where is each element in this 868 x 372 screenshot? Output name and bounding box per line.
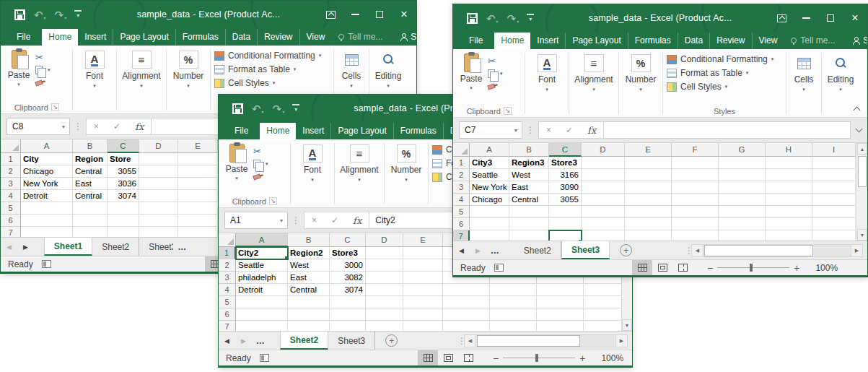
- alignment-group-button[interactable]: ≡ Alignment ▾: [570, 51, 618, 117]
- cell-I5[interactable]: [812, 206, 856, 218]
- cut-icon[interactable]: ✂: [488, 56, 503, 66]
- cell-B6[interactable]: [509, 218, 549, 230]
- macro-record-icon[interactable]: [260, 354, 269, 362]
- column-header-D[interactable]: D: [366, 233, 403, 247]
- vertical-scroll-thumb[interactable]: [858, 156, 867, 187]
- format-painter-icon[interactable]: [35, 78, 51, 88]
- formula-bar-splitter[interactable]: ⋮: [288, 215, 304, 225]
- zoom-in-button[interactable]: +: [575, 352, 589, 364]
- number-group-button[interactable]: % Number ▾: [620, 51, 662, 117]
- vertical-scrollbar[interactable]: ▲ ▼: [856, 143, 867, 241]
- cell-B4[interactable]: Central: [288, 284, 330, 296]
- tab-formulas[interactable]: Formulas: [628, 33, 678, 49]
- tab-review[interactable]: Review: [258, 29, 299, 46]
- cell-D5[interactable]: [582, 206, 625, 218]
- cancel-icon[interactable]: ×: [304, 215, 324, 225]
- collapse-ribbon-icon[interactable]: [854, 105, 860, 111]
- cell-G3[interactable]: [719, 181, 766, 194]
- cell-C7[interactable]: [108, 227, 139, 237]
- sheet-tab-sheet2[interactable]: Sheet2: [92, 238, 139, 256]
- tab-page-layout[interactable]: Page Layout: [566, 33, 628, 49]
- cell-D1[interactable]: [582, 157, 625, 169]
- cell-D1[interactable]: [139, 153, 178, 165]
- cells-group-button[interactable]: Cells ▾: [787, 51, 820, 117]
- column-header-I[interactable]: I: [812, 143, 856, 157]
- undo-icon[interactable]: ↶▾: [30, 8, 50, 22]
- row-header-5[interactable]: 5: [453, 206, 470, 218]
- cell-G2[interactable]: [719, 169, 766, 181]
- column-header-B[interactable]: B: [509, 143, 549, 157]
- zoom-slider-handle[interactable]: [535, 354, 538, 362]
- page-layout-view-button[interactable]: [438, 350, 458, 366]
- tab-home[interactable]: Home: [42, 29, 78, 46]
- ribbon-display-options-icon[interactable]: [769, 4, 794, 32]
- cell-D3[interactable]: [582, 181, 625, 194]
- cell-C1[interactable]: Store3: [330, 247, 366, 259]
- ribbon-display-options-icon[interactable]: [318, 1, 343, 28]
- cell-E2[interactable]: [178, 165, 218, 178]
- cell-E6[interactable]: [178, 215, 218, 227]
- cell-A6[interactable]: [21, 215, 73, 227]
- cell-A4[interactable]: Detroit: [236, 284, 288, 296]
- share-button[interactable]: Share: [842, 33, 868, 49]
- editing-group-button[interactable]: Editing ▾: [823, 51, 859, 117]
- tab-insert[interactable]: Insert: [296, 123, 331, 139]
- sheet-nav-right-icon[interactable]: ▶: [17, 238, 34, 256]
- cell-F7[interactable]: [672, 230, 719, 241]
- row-header-7[interactable]: 7: [219, 321, 236, 331]
- tab-home[interactable]: Home: [260, 123, 296, 139]
- cell-A1[interactable]: City: [21, 153, 73, 165]
- normal-view-button[interactable]: [418, 350, 438, 366]
- sheet-tab-sheet2[interactable]: Sheet2: [514, 241, 561, 259]
- row-header-4[interactable]: 4: [453, 194, 470, 206]
- cell-B4[interactable]: Central: [509, 194, 549, 206]
- cell-C6[interactable]: [549, 218, 582, 230]
- cell-E3[interactable]: [403, 272, 443, 284]
- zoom-level[interactable]: 100%: [601, 353, 623, 363]
- tab-formulas[interactable]: Formulas: [394, 123, 444, 139]
- tab-file[interactable]: File: [223, 123, 260, 139]
- tab-page-layout[interactable]: Page Layout: [331, 123, 393, 139]
- maximize-icon[interactable]: [367, 1, 392, 28]
- cell-B6[interactable]: [288, 308, 330, 321]
- insert-function-icon[interactable]: fx: [128, 121, 151, 132]
- scroll-down-icon[interactable]: ▼: [622, 319, 632, 331]
- tab-review[interactable]: Review: [710, 33, 752, 49]
- cell-B7[interactable]: [73, 227, 108, 237]
- enter-icon[interactable]: ✓: [106, 121, 128, 131]
- cell-H4[interactable]: [766, 194, 812, 206]
- save-icon[interactable]: [463, 12, 481, 25]
- column-header-B[interactable]: B: [288, 233, 330, 247]
- minimize-icon[interactable]: [343, 1, 367, 28]
- tab-insert[interactable]: Insert: [530, 33, 566, 49]
- cell-C4[interactable]: 3074: [330, 284, 366, 296]
- paste-button[interactable]: Paste ▾: [2, 48, 35, 101]
- alignment-group-button[interactable]: ≡ Alignment ▾: [336, 142, 383, 207]
- row-header-5[interactable]: 5: [1, 202, 21, 215]
- format-painter-icon[interactable]: [253, 172, 268, 182]
- cell-F1[interactable]: [672, 157, 719, 169]
- zoom-slider[interactable]: [717, 267, 789, 268]
- cell-B2[interactable]: Central: [73, 165, 108, 178]
- cell-H6[interactable]: [537, 308, 584, 321]
- cell-A7[interactable]: [236, 321, 288, 331]
- name-box-dropdown-icon[interactable]: ▾: [510, 127, 522, 134]
- cut-icon[interactable]: ✂: [253, 146, 268, 156]
- name-box[interactable]: C8 ▾: [6, 118, 70, 135]
- normal-view-button[interactable]: [632, 260, 652, 276]
- cell-C2[interactable]: 3055: [108, 165, 139, 178]
- dialog-launcher-icon[interactable]: ↘: [269, 197, 278, 205]
- cut-icon[interactable]: ✂: [35, 52, 51, 62]
- tab-home[interactable]: Home: [494, 33, 530, 49]
- cell-D2[interactable]: [582, 169, 625, 181]
- column-header-H[interactable]: H: [766, 143, 812, 157]
- cell-A5[interactable]: [21, 202, 73, 215]
- cell-H7[interactable]: [766, 230, 812, 241]
- cell-G7[interactable]: [719, 230, 766, 241]
- cell-F4[interactable]: [443, 284, 490, 296]
- cell-H6[interactable]: [766, 218, 812, 230]
- tab-insert[interactable]: Insert: [78, 29, 113, 46]
- cell-G6[interactable]: [719, 218, 766, 230]
- scroll-left-icon[interactable]: ◀: [464, 334, 476, 347]
- maximize-icon[interactable]: [818, 4, 843, 32]
